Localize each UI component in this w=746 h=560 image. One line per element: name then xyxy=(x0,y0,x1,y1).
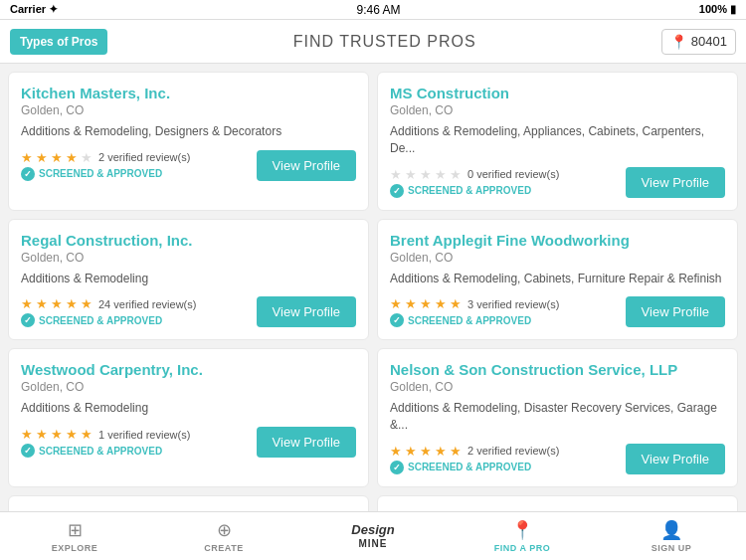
location-search[interactable]: 📍 80401 xyxy=(661,29,736,55)
pros-grid: Kitchen Masters, Inc. Golden, CO Additio… xyxy=(8,72,738,511)
pro-location: Golden, CO xyxy=(21,251,356,265)
screened-label: SCREENED & APPROVED xyxy=(408,185,531,196)
star-1: ★ xyxy=(390,296,402,311)
nav-explore[interactable]: ⊞ EXPLORE xyxy=(0,519,149,553)
star-4: ★ xyxy=(435,444,447,459)
screened-row: ✓ SCREENED & APPROVED xyxy=(390,461,559,474)
star-1: ★ xyxy=(21,296,33,311)
nav-design-mine[interactable]: Design MINE xyxy=(298,523,448,548)
pro-card: Blue Creek Contracting, LLC Golden, CO xyxy=(377,495,738,511)
view-profile-button[interactable]: View Profile xyxy=(257,427,356,458)
view-profile-button[interactable]: View Profile xyxy=(626,167,725,198)
star-1: ★ xyxy=(390,167,402,182)
stars-row: ★★★★★ 1 verified review(s) xyxy=(21,427,190,442)
view-profile-button[interactable]: View Profile xyxy=(626,444,725,474)
pro-name: MS Construction xyxy=(390,85,725,101)
review-count: 0 verified review(s) xyxy=(467,168,559,180)
star-3: ★ xyxy=(420,444,432,459)
screened-label: SCREENED & APPROVED xyxy=(39,168,162,179)
star-3: ★ xyxy=(51,296,63,311)
pro-services: Additions & Remodeling, Disaster Recover… xyxy=(390,400,725,434)
check-icon: ✓ xyxy=(21,167,35,181)
review-count: 1 verified review(s) xyxy=(98,429,190,441)
design-mine-logo: Design MINE xyxy=(351,523,394,548)
pro-footer: ★★★★★ 24 verified review(s) ✓ SCREENED &… xyxy=(21,296,356,327)
top-nav: Types of Pros FIND TRUSTED PROS 📍 80401 xyxy=(0,20,746,64)
star-5: ★ xyxy=(450,167,462,182)
star-3: ★ xyxy=(51,150,63,165)
check-icon: ✓ xyxy=(390,313,404,327)
types-of-pros-button[interactable]: Types of Pros xyxy=(10,29,107,55)
pro-card: Westwood Carpentry, Inc. Golden, CO Addi… xyxy=(8,348,369,487)
check-icon: ✓ xyxy=(390,184,404,198)
check-icon: ✓ xyxy=(21,444,35,458)
stars-row: ★★★★★ 3 verified review(s) xyxy=(390,296,559,311)
star-2: ★ xyxy=(36,427,48,442)
star-5: ★ xyxy=(81,427,93,442)
view-profile-button[interactable]: View Profile xyxy=(626,296,725,327)
review-count: 2 verified review(s) xyxy=(98,151,190,163)
find-pro-label: FIND A PRO xyxy=(494,543,550,553)
star-5: ★ xyxy=(81,296,93,311)
pro-card: LinCo Enterprises, LLC Golden, CO Additi… xyxy=(8,495,369,511)
time-label: 9:46 AM xyxy=(356,3,400,17)
star-1: ★ xyxy=(21,427,33,442)
star-2: ★ xyxy=(36,296,48,311)
pro-footer: ★★★★★ 1 verified review(s) ✓ SCREENED & … xyxy=(21,427,356,458)
rating-section: ★★★★★ 3 verified review(s) ✓ SCREENED & … xyxy=(390,296,559,327)
star-4: ★ xyxy=(435,167,447,182)
nav-create[interactable]: ⊕ CREATE xyxy=(149,519,298,553)
rating-section: ★★★★★ 2 verified review(s) ✓ SCREENED & … xyxy=(21,150,190,181)
pro-services: Additions & Remodeling xyxy=(21,400,356,417)
star-4: ★ xyxy=(66,296,78,311)
pro-location: Golden, CO xyxy=(21,380,356,394)
star-2: ★ xyxy=(405,296,417,311)
pro-card: Brent Applegit Fine Woodworking Golden, … xyxy=(377,219,738,341)
nav-sign-up[interactable]: 👤 SIGN UP xyxy=(597,519,746,553)
page-title: FIND TRUSTED PROS xyxy=(293,33,476,51)
stars-row: ★★★★★ 2 verified review(s) xyxy=(390,444,559,459)
pro-location: Golden, CO xyxy=(390,103,725,117)
star-2: ★ xyxy=(405,167,417,182)
bottom-nav: ⊞ EXPLORE ⊕ CREATE Design MINE 📍 FIND A … xyxy=(0,511,746,560)
screened-row: ✓ SCREENED & APPROVED xyxy=(390,313,559,327)
main-content: Kitchen Masters, Inc. Golden, CO Additio… xyxy=(0,64,746,511)
review-count: 3 verified review(s) xyxy=(467,298,559,310)
pro-card: MS Construction Golden, CO Additions & R… xyxy=(377,72,738,211)
star-5: ★ xyxy=(450,296,462,311)
view-profile-button[interactable]: View Profile xyxy=(257,150,356,181)
star-3: ★ xyxy=(420,296,432,311)
pro-card: Nelson & Son Construction Service, LLP G… xyxy=(377,348,738,487)
review-count: 2 verified review(s) xyxy=(467,445,559,457)
screened-row: ✓ SCREENED & APPROVED xyxy=(21,313,196,327)
star-3: ★ xyxy=(420,167,432,182)
pro-card: Kitchen Masters, Inc. Golden, CO Additio… xyxy=(8,72,369,211)
pro-footer: ★★★★★ 2 verified review(s) ✓ SCREENED & … xyxy=(390,444,725,474)
screened-label: SCREENED & APPROVED xyxy=(39,446,162,457)
pro-location: Golden, CO xyxy=(21,103,356,117)
nav-find-pro[interactable]: 📍 FIND A PRO xyxy=(448,519,597,553)
screened-label: SCREENED & APPROVED xyxy=(408,462,531,472)
star-2: ★ xyxy=(405,444,417,459)
sign-up-icon: 👤 xyxy=(660,519,682,541)
battery-label: 100% ▮ xyxy=(699,3,736,16)
carrier-label: Carrier ✦ xyxy=(10,3,58,16)
star-4: ★ xyxy=(435,296,447,311)
pro-footer: ★★★★★ 2 verified review(s) ✓ SCREENED & … xyxy=(21,150,356,181)
pro-services: Additions & Remodeling, Designers & Deco… xyxy=(21,123,356,140)
create-label: CREATE xyxy=(204,543,243,553)
location-value: 80401 xyxy=(691,34,727,49)
rating-section: ★★★★★ 1 verified review(s) ✓ SCREENED & … xyxy=(21,427,190,458)
pro-services: Additions & Remodeling xyxy=(21,271,356,287)
screened-row: ✓ SCREENED & APPROVED xyxy=(21,444,190,458)
pro-location: Golden, CO xyxy=(390,380,725,394)
star-3: ★ xyxy=(51,427,63,442)
explore-label: EXPLORE xyxy=(52,543,98,553)
screened-label: SCREENED & APPROVED xyxy=(408,315,531,326)
status-bar: Carrier ✦ 9:46 AM 100% ▮ xyxy=(0,0,746,20)
view-profile-button[interactable]: View Profile xyxy=(257,296,356,327)
stars-row: ★★★★★ 24 verified review(s) xyxy=(21,296,196,311)
explore-icon: ⊞ xyxy=(68,519,83,541)
screened-label: SCREENED & APPROVED xyxy=(39,315,162,326)
rating-section: ★★★★★ 2 verified review(s) ✓ SCREENED & … xyxy=(390,444,559,474)
